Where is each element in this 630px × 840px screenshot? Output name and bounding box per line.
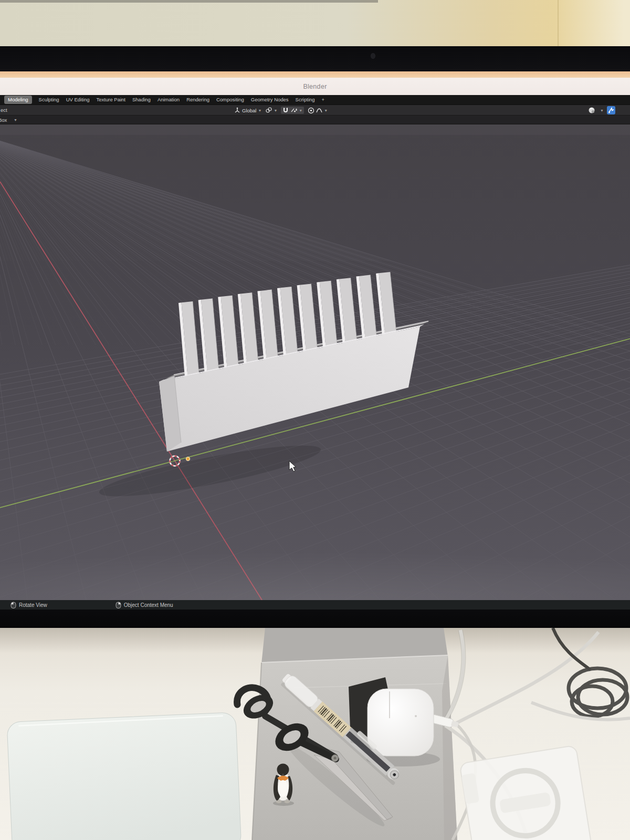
- chevron-down-icon: ▼: [14, 118, 17, 122]
- status-label: Rotate View: [19, 602, 47, 608]
- status-object-context-menu: Object Context Menu: [116, 602, 173, 608]
- snap-target-icon: [290, 107, 297, 113]
- transform-orientation-icon: [234, 107, 240, 113]
- wall-background: [0, 0, 630, 46]
- tab-scripting[interactable]: Scripting: [296, 96, 315, 103]
- viewport-shading-icon[interactable]: [588, 106, 597, 114]
- workspace-tab-bar: Modeling Sculpting UV Editing Texture Pa…: [0, 95, 630, 104]
- tab-rendering[interactable]: Rendering: [186, 96, 209, 103]
- snapping-controls[interactable]: ▼: [281, 107, 304, 114]
- mouse-right-button-icon: [116, 602, 121, 608]
- tab-compositing[interactable]: Compositing: [216, 96, 244, 103]
- proportional-editing-icon: [308, 107, 314, 114]
- macos-menubar-strip: [0, 71, 630, 78]
- screen-glare: [0, 539, 630, 600]
- monitor-bezel-top: [0, 46, 630, 71]
- transform-orientation-dropdown[interactable]: Global ▼: [234, 107, 261, 113]
- desk-scene: [0, 628, 630, 840]
- tab-shading[interactable]: Shading: [132, 96, 151, 103]
- viewport-header: ect Global ▼ ▼: [0, 104, 630, 115]
- status-label: Object Context Menu: [124, 602, 173, 608]
- chevron-down-icon: ▼: [274, 109, 277, 112]
- snap-magnet-icon: [282, 107, 289, 113]
- window-title: Blender: [303, 83, 327, 90]
- window-titlebar: Blender: [0, 78, 630, 95]
- monitor-bezel-bottom: [0, 610, 630, 628]
- horizon-band: [0, 124, 630, 135]
- falloff-curve-icon: [316, 107, 322, 113]
- tab-geometry-nodes[interactable]: Geometry Nodes: [251, 96, 289, 103]
- mouse-left-button-icon: [10, 602, 16, 608]
- object-origin-dot: [186, 457, 190, 460]
- tab-modeling[interactable]: Modeling: [4, 96, 32, 104]
- tab-texture-paint[interactable]: Texture Paint: [97, 96, 125, 103]
- webcam-icon: [371, 53, 375, 59]
- 3d-viewport[interactable]: [0, 124, 630, 600]
- chevron-down-icon: ▼: [258, 109, 261, 112]
- select-box-tool-clipped[interactable]: Box: [0, 117, 7, 123]
- chevron-down-icon: ▼: [324, 109, 328, 112]
- proportional-editing-controls[interactable]: ▼: [308, 107, 328, 114]
- tab-animation[interactable]: Animation: [158, 96, 180, 103]
- select-menu-clipped[interactable]: ect: [1, 107, 7, 113]
- pivot-point-dropdown[interactable]: ▼: [265, 107, 277, 113]
- wall-corner-line: [558, 0, 559, 46]
- magic-trackpad[interactable]: [7, 712, 242, 840]
- tab-add-workspace[interactable]: +: [322, 96, 325, 103]
- status-rotate-view: Rotate View: [10, 602, 47, 608]
- tab-uv-editing[interactable]: UV Editing: [66, 96, 90, 103]
- gizmo-blue-icon[interactable]: [607, 106, 615, 114]
- wall-shadow-strip: [0, 0, 378, 3]
- pivot-point-icon: [265, 107, 272, 113]
- tab-sculpting[interactable]: Sculpting: [39, 96, 59, 103]
- chevron-down-icon: ▼: [600, 109, 604, 112]
- chevron-down-icon: ▼: [299, 109, 302, 112]
- transform-orientation-label: Global: [242, 108, 256, 113]
- photo-of-monitor: Blender Modeling Sculpting UV Editing Te…: [0, 0, 630, 840]
- tool-settings-bar: Box ▼: [0, 115, 630, 124]
- screen: Blender Modeling Sculpting UV Editing Te…: [0, 71, 630, 610]
- status-bar: Rotate View Object Context Menu: [0, 600, 630, 610]
